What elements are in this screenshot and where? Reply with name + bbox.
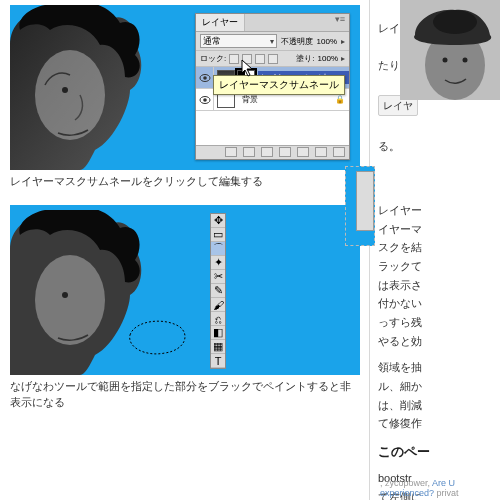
svg-point-7 [62, 292, 68, 298]
lock-position-icon[interactable] [255, 54, 265, 64]
blend-opacity-row: 通常 ▾ 不透明度 100% ▸ [196, 32, 349, 51]
svg-point-12 [463, 58, 468, 63]
mid-thumbnail [345, 166, 375, 246]
tooltip: レイヤーマスクサムネール [213, 75, 345, 95]
type-tool[interactable]: T [211, 354, 225, 368]
crop-tool[interactable]: ✂ [211, 270, 225, 284]
marquee-tool[interactable]: ▭ [211, 228, 225, 242]
opacity-value[interactable]: 100% [317, 37, 337, 46]
fill-label: 塗り: [296, 53, 314, 64]
footer: , zycopower, Are U experienced? privat [380, 478, 500, 498]
empty-layer-space [196, 111, 349, 145]
figure-2-caption: なげなわツールで範囲を指定した部分をブラックでペイントすると非表示になる [10, 375, 359, 420]
main-content-column: レイヤー ▾≡ 通常 ▾ 不透明度 100% ▸ ロック: [0, 0, 370, 500]
figure-1: レイヤー ▾≡ 通常 ▾ 不透明度 100% ▸ ロック: [10, 5, 359, 199]
svg-point-1 [62, 87, 68, 93]
panel-menu-icon[interactable]: ▾≡ [331, 14, 349, 31]
svg-point-11 [443, 58, 448, 63]
lock-all-icon[interactable] [268, 54, 278, 64]
blend-mode-value: 通常 [203, 35, 221, 48]
blend-mode-select[interactable]: 通常 ▾ [200, 34, 277, 48]
new-layer-icon[interactable] [315, 147, 327, 157]
dropdown-icon: ▾ [270, 37, 274, 46]
opacity-label: 不透明度 [281, 36, 313, 47]
para-1c: る。 [378, 140, 400, 152]
eraser-tool[interactable]: ◧ [211, 326, 225, 340]
lasso-selection [125, 315, 195, 360]
svg-point-6 [35, 255, 105, 345]
figure-2-canvas: ✥ ▭ ⌒ ✦ ✂ ✎ 🖌 ⎌ ◧ ▦ T [10, 205, 360, 375]
panel-tabs: レイヤー ▾≡ [196, 14, 349, 32]
para-3: 領域を抽 ル、細か は、削減 て修復作 [378, 358, 500, 433]
lock-fill-row: ロック: 塗り: 100% ▸ [196, 51, 349, 67]
svg-point-0 [35, 50, 105, 140]
layers-tab[interactable]: レイヤー [196, 14, 245, 31]
folder-icon[interactable] [297, 147, 309, 157]
move-tool[interactable]: ✥ [211, 214, 225, 228]
brush-tool[interactable]: 🖌 [211, 298, 225, 312]
sidebar-column: を 範囲選択 ジの背景を範 だが、イメー ーマスク(後述 レイヤー たり、肖 レ… [370, 0, 500, 500]
lock-transparency-icon[interactable] [229, 54, 239, 64]
gradient-tool[interactable]: ▦ [211, 340, 225, 354]
svg-point-5 [203, 98, 207, 102]
para-2: レイヤー イヤーマ スクを結 ラックて は表示さ 付かない っすら残 やると効 [378, 201, 500, 351]
svg-point-10 [433, 10, 477, 34]
wand-tool[interactable]: ✦ [211, 256, 225, 270]
lock-label: ロック: [200, 53, 226, 64]
adjustment-icon[interactable] [279, 147, 291, 157]
hat-man-photo [400, 0, 500, 100]
panel-footer [196, 145, 349, 159]
tools-palette[interactable]: ✥ ▭ ⌒ ✦ ✂ ✎ 🖌 ⎌ ◧ ▦ T [210, 213, 226, 369]
figure-2: ✥ ▭ ⌒ ✦ ✂ ✎ 🖌 ⎌ ◧ ▦ T なげなわツールで範囲を指定した部分を… [10, 205, 359, 420]
figure-1-canvas: レイヤー ▾≡ 通常 ▾ 不透明度 100% ▸ ロック: [10, 5, 360, 170]
chevron-icon[interactable]: ▸ [341, 37, 345, 46]
lasso-tool[interactable]: ⌒ [211, 242, 225, 256]
layer-name[interactable]: 背景 [238, 94, 335, 105]
eyedropper-tool[interactable]: ✎ [211, 284, 225, 298]
fill-value[interactable]: 100% [318, 54, 338, 63]
chevron-icon[interactable]: ▸ [341, 54, 345, 63]
visibility-toggle[interactable] [196, 89, 214, 110]
portrait-photo-1 [10, 5, 150, 170]
lock-icon: 🔒 [335, 95, 349, 104]
fx-icon[interactable] [243, 147, 255, 157]
section-heading: このペー [378, 441, 500, 463]
link-layers-icon[interactable] [225, 147, 237, 157]
svg-point-3 [203, 76, 207, 80]
visibility-toggle[interactable] [196, 67, 214, 88]
footer-text-2: privat [437, 488, 459, 498]
mask-icon[interactable] [261, 147, 273, 157]
stamp-tool[interactable]: ⎌ [211, 312, 225, 326]
figure-1-caption: レイヤーマスクサムネールをクリックして編集する [10, 170, 359, 199]
trash-icon[interactable] [333, 147, 345, 157]
footer-text-1: , zycopower, [380, 478, 430, 488]
cursor-icon [241, 59, 255, 77]
